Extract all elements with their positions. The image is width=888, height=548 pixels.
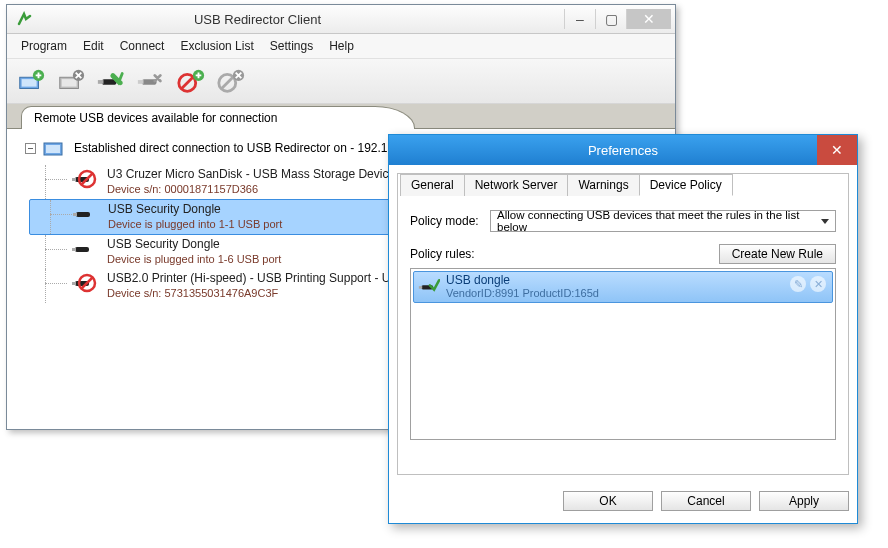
- tree-expander[interactable]: –: [25, 143, 36, 154]
- tab-warnings[interactable]: Warnings: [567, 174, 639, 196]
- policy-mode-value: Allow connecting USB devices that meet t…: [497, 209, 815, 233]
- server-icon: [42, 139, 68, 159]
- policy-mode-label: Policy mode:: [410, 214, 480, 228]
- svg-rect-7: [98, 80, 104, 84]
- menu-edit[interactable]: Edit: [77, 37, 110, 55]
- tab-general[interactable]: General: [400, 174, 465, 196]
- tb-add-server-button[interactable]: [13, 63, 49, 99]
- svg-rect-23: [73, 213, 77, 216]
- policy-rules-label: Policy rules:: [410, 247, 719, 261]
- device-sub: Device is plugged into 1-6 USB port: [107, 252, 281, 267]
- svg-rect-31: [419, 286, 422, 289]
- tb-remove-exclusion-button[interactable]: [213, 63, 249, 99]
- delete-rule-icon[interactable]: ✕: [810, 276, 826, 292]
- device-sub: Device s/n: 00001871157D366: [107, 182, 395, 197]
- usb-allow-icon: [418, 278, 440, 296]
- tab-network-server[interactable]: Network Server: [464, 174, 569, 196]
- device-name: USB Security Dongle: [107, 237, 281, 252]
- maximize-button[interactable]: ▢: [595, 9, 626, 29]
- usb-icon: [72, 204, 98, 224]
- svg-rect-17: [46, 145, 60, 153]
- usb-blocked-icon: [71, 169, 97, 189]
- svg-line-11: [182, 77, 193, 88]
- rule-name: USB dongle: [446, 274, 599, 287]
- svg-rect-4: [62, 79, 77, 87]
- prefs-close-button[interactable]: ✕: [817, 135, 857, 165]
- menu-settings[interactable]: Settings: [264, 37, 319, 55]
- prefs-title: Preferences: [588, 143, 658, 158]
- main-titlebar[interactable]: USB Redirector Client – ▢ ✕: [7, 5, 675, 34]
- usb-blocked-icon: [71, 273, 97, 293]
- rule-sub: VendorID:8991 ProductID:165d: [446, 287, 599, 300]
- prefs-titlebar[interactable]: Preferences ✕: [389, 135, 857, 165]
- policy-rule-item[interactable]: USB dongle VendorID:8991 ProductID:165d …: [413, 271, 833, 303]
- menubar: Program Edit Connect Exclusion List Sett…: [7, 34, 675, 59]
- svg-rect-9: [138, 80, 144, 84]
- create-new-rule-button[interactable]: Create New Rule: [719, 244, 836, 264]
- device-name: U3 Cruzer Micro SanDisk - USB Mass Stora…: [107, 167, 395, 182]
- svg-line-14: [222, 77, 233, 88]
- tb-connect-device-button[interactable]: [93, 63, 129, 99]
- minimize-button[interactable]: –: [564, 9, 595, 29]
- menu-exclusion-list[interactable]: Exclusion List: [174, 37, 259, 55]
- device-sub: Device is plugged into 1-1 USB port: [108, 217, 282, 232]
- apply-button[interactable]: Apply: [759, 491, 849, 511]
- tb-add-exclusion-button[interactable]: [173, 63, 209, 99]
- device-sub: Device s/n: 5731355031476A9C3F: [107, 286, 406, 301]
- prefs-tab-control: General Network Server Warnings Device P…: [397, 173, 849, 475]
- tb-remove-server-button[interactable]: [53, 63, 89, 99]
- window-title: USB Redirector Client: [41, 12, 474, 27]
- usb-icon: [71, 239, 97, 259]
- policy-mode-select[interactable]: Allow connecting USB devices that meet t…: [490, 210, 836, 232]
- app-icon: [17, 11, 33, 27]
- ok-button[interactable]: OK: [563, 491, 653, 511]
- device-name: USB2.0 Printer (Hi-speed) - USB Printing…: [107, 271, 406, 286]
- tab-strip: Remote USB devices available for connect…: [7, 104, 675, 129]
- edit-rule-icon[interactable]: ✎: [790, 276, 806, 292]
- tab-remote-devices[interactable]: Remote USB devices available for connect…: [21, 106, 415, 129]
- close-button[interactable]: ✕: [626, 9, 671, 29]
- tb-disconnect-device-button[interactable]: [133, 63, 169, 99]
- menu-help[interactable]: Help: [323, 37, 360, 55]
- policy-rules-list[interactable]: USB dongle VendorID:8991 ProductID:165d …: [410, 268, 836, 440]
- svg-rect-22: [76, 212, 90, 217]
- svg-rect-19: [72, 178, 76, 181]
- tab-device-policy[interactable]: Device Policy: [639, 174, 733, 196]
- svg-rect-27: [72, 282, 76, 285]
- preferences-dialog: Preferences ✕ General Network Server War…: [388, 134, 858, 524]
- svg-rect-25: [72, 248, 76, 251]
- menu-program[interactable]: Program: [15, 37, 73, 55]
- cancel-button[interactable]: Cancel: [661, 491, 751, 511]
- svg-rect-24: [75, 247, 89, 252]
- svg-rect-1: [22, 79, 37, 87]
- toolbar: [7, 59, 675, 104]
- menu-connect[interactable]: Connect: [114, 37, 171, 55]
- device-name: USB Security Dongle: [108, 202, 282, 217]
